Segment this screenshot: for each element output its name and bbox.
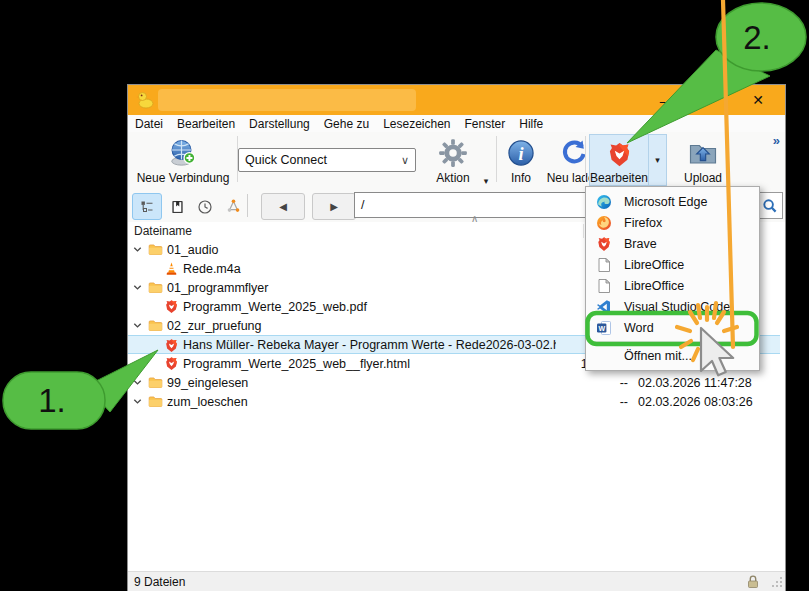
info-button[interactable]: i Info bbox=[500, 134, 542, 186]
folder-icon bbox=[148, 318, 163, 333]
menu-lesezeichen[interactable]: Lesezeichen bbox=[376, 117, 457, 131]
cyberduck-duck-icon bbox=[136, 90, 156, 110]
new-connection-label: Neue Verbindung bbox=[137, 171, 230, 186]
menu-item-open-with[interactable]: Öffnen mit... bbox=[586, 345, 759, 366]
menu-fenster[interactable]: Fenster bbox=[458, 117, 513, 131]
bookmark-icon bbox=[170, 199, 185, 215]
brave-icon bbox=[606, 141, 633, 171]
edit-button-group: Bearbeiten ▾ bbox=[589, 134, 667, 186]
toolbar-overflow-chevron[interactable]: » bbox=[773, 133, 780, 148]
folder-icon bbox=[148, 242, 163, 257]
status-bar: 9 Dateien bbox=[128, 571, 785, 591]
close-button[interactable]: ✕ bbox=[736, 85, 780, 115]
brave-icon bbox=[164, 356, 179, 371]
edit-with-dropdown-menu: Microsoft Edge Firefox Brave LibreOffice… bbox=[585, 186, 760, 371]
screenshot-stage: – ✕ Datei Bearbeiten Darstellung Gehe zu… bbox=[0, 0, 809, 591]
search-button[interactable] bbox=[757, 192, 783, 219]
window-title-redacted bbox=[158, 89, 416, 111]
menu-item-visual-studio-code[interactable]: Visual Studio Code bbox=[586, 296, 759, 317]
outline-view-button[interactable] bbox=[132, 193, 162, 220]
file-name: Rede.m4a bbox=[128, 262, 556, 276]
chevron-down-icon: ∨ bbox=[401, 154, 409, 167]
reload-icon bbox=[560, 134, 588, 171]
new-connection-button[interactable]: Neue Verbindung bbox=[132, 134, 234, 186]
libreoffice-icon bbox=[596, 278, 612, 294]
action-button[interactable]: Aktion bbox=[424, 134, 482, 186]
forward-button[interactable]: ▶ bbox=[312, 193, 356, 220]
minimize-button[interactable]: – bbox=[642, 85, 686, 115]
upload-button[interactable]: Upload bbox=[676, 134, 730, 186]
menu-darstellung[interactable]: Darstellung bbox=[242, 117, 317, 131]
menu-item-libreoffice-2[interactable]: LibreOffice bbox=[586, 275, 759, 296]
forward-arrow-icon: ▶ bbox=[330, 201, 338, 212]
dropdown-arrow-icon: ▾ bbox=[655, 155, 660, 165]
menu-bar: Datei Bearbeiten Darstellung Gehe zu Les… bbox=[128, 115, 785, 133]
svg-text:i: i bbox=[518, 143, 524, 163]
file-size: -- bbox=[556, 376, 628, 390]
column-header-dateiname[interactable]: Dateiname bbox=[128, 224, 192, 238]
cyberduck-window: – ✕ Datei Bearbeiten Darstellung Gehe zu… bbox=[128, 85, 785, 591]
svg-text:W: W bbox=[598, 324, 605, 331]
menu-item-brave[interactable]: Brave bbox=[586, 233, 759, 254]
nav-separator bbox=[247, 194, 248, 217]
file-name: Programm_Werte_2025_web__flyer.html bbox=[128, 357, 556, 371]
bookmarks-button[interactable] bbox=[162, 193, 192, 220]
column-divider[interactable] bbox=[583, 224, 584, 238]
callout-step2-label: 2. bbox=[743, 19, 771, 56]
toolbar: Neue Verbindung Quick Connect ∨ bbox=[128, 132, 785, 189]
menu-item-label: Word bbox=[624, 321, 654, 335]
menu-item-word[interactable]: W Word bbox=[586, 317, 759, 338]
info-label: Info bbox=[511, 171, 531, 186]
edge-icon bbox=[596, 194, 612, 210]
menu-bearbeiten[interactable]: Bearbeiten bbox=[170, 117, 242, 131]
lock-icon bbox=[745, 574, 761, 590]
expander-chevron-icon[interactable] bbox=[132, 244, 143, 255]
callout-step1-label: 1. bbox=[38, 382, 66, 419]
file-name: 99_eingelesen bbox=[128, 376, 556, 390]
expander-chevron-icon[interactable] bbox=[132, 320, 143, 331]
dropdown-arrow-icon: ▾ bbox=[484, 176, 489, 186]
upload-icon bbox=[688, 134, 718, 171]
table-row[interactable]: 99_eingelesen -- 02.03.2026 11:47:28 bbox=[128, 373, 780, 392]
file-name: Programm_Werte_2025_web.pdf bbox=[128, 300, 556, 314]
table-row[interactable]: zum_loeschen -- 02.03.2026 08:03:26 bbox=[128, 392, 780, 411]
info-icon: i bbox=[507, 134, 535, 171]
history-button[interactable] bbox=[190, 193, 220, 220]
quick-connect-combobox[interactable]: Quick Connect ∨ bbox=[238, 148, 416, 172]
brave-icon bbox=[164, 338, 179, 353]
edit-label: Bearbeiten bbox=[590, 171, 648, 185]
action-label: Aktion bbox=[436, 171, 469, 186]
clock-icon bbox=[197, 199, 213, 215]
back-button[interactable]: ◀ bbox=[261, 193, 305, 220]
expander-chevron-icon[interactable] bbox=[132, 282, 143, 293]
word-icon: W bbox=[596, 320, 612, 336]
title-bar[interactable]: – ✕ bbox=[128, 85, 785, 115]
menu-item-label: Öffnen mit... bbox=[624, 349, 692, 363]
bonjour-button[interactable] bbox=[218, 193, 248, 220]
folder-icon bbox=[148, 394, 163, 409]
menu-hilfe[interactable]: Hilfe bbox=[512, 117, 550, 131]
menu-item-label: Brave bbox=[624, 237, 657, 251]
bonjour-icon bbox=[225, 198, 242, 215]
menu-item-microsoft-edge[interactable]: Microsoft Edge bbox=[586, 191, 759, 212]
brave-icon bbox=[164, 299, 179, 314]
file-name: Hans Müller- Rebeka Mayer - Programm Wer… bbox=[128, 338, 556, 352]
brave-icon bbox=[596, 236, 612, 252]
resize-grip[interactable] bbox=[771, 576, 783, 588]
menu-item-label: Firefox bbox=[624, 216, 662, 230]
menu-separator bbox=[590, 341, 755, 342]
menu-item-label: LibreOffice bbox=[624, 279, 684, 293]
search-icon bbox=[762, 198, 778, 214]
vscode-icon bbox=[596, 299, 612, 315]
menu-item-label: LibreOffice bbox=[624, 258, 684, 272]
menu-item-firefox[interactable]: Firefox bbox=[586, 212, 759, 233]
expander-chevron-icon[interactable] bbox=[132, 377, 143, 388]
expander-chevron-icon[interactable] bbox=[132, 396, 143, 407]
menu-gehe-zu[interactable]: Gehe zu bbox=[317, 117, 376, 131]
edit-dropdown-arrow[interactable]: ▾ bbox=[648, 135, 666, 185]
file-name: 02_zur_pruefung bbox=[128, 319, 556, 333]
menu-datei[interactable]: Datei bbox=[128, 117, 170, 131]
menu-item-libreoffice-1[interactable]: LibreOffice bbox=[586, 254, 759, 275]
edit-button[interactable]: Bearbeiten bbox=[590, 135, 648, 185]
vlc-icon bbox=[164, 261, 179, 276]
